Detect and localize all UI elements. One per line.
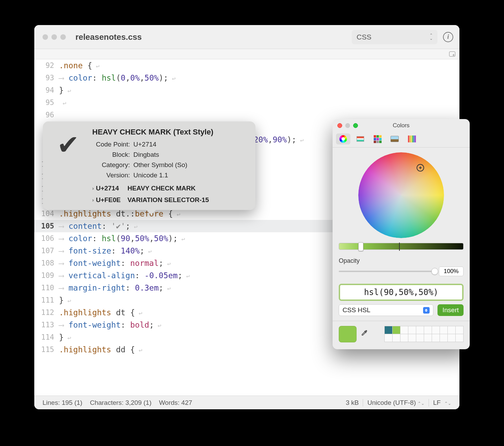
palette-icon — [374, 135, 382, 143]
brightness-slider[interactable] — [339, 243, 464, 250]
add-tab-icon[interactable] — [449, 51, 455, 57]
tab-bar — [34, 49, 459, 59]
eyedropper-icon — [360, 329, 368, 337]
statusbar: Lines: 195 (1) Characters: 3,209 (1) Wor… — [34, 396, 459, 409]
language-value: CSS — [357, 33, 371, 41]
character-glyph: ✔ — [49, 128, 87, 204]
block-value: Dingbats — [133, 150, 159, 160]
chevron-right-icon: › — [92, 186, 94, 191]
line-number: 109 — [34, 271, 59, 280]
opacity-thumb[interactable] — [431, 268, 438, 275]
line-number: 113 — [34, 321, 59, 329]
minimize-window-button[interactable] — [51, 34, 57, 40]
status-lines: Lines: 195 (1) — [39, 399, 86, 407]
brightness-thumb[interactable] — [358, 242, 363, 251]
status-line-ending[interactable]: LF ⌃⌄ — [430, 399, 455, 407]
line-number: 105 — [34, 222, 59, 230]
swatch-grid[interactable] — [385, 326, 464, 342]
chevron-right-icon: › — [92, 197, 94, 203]
color-mode-toolbar — [333, 132, 470, 148]
colors-title: Colors — [333, 122, 470, 129]
status-filesize: 3 kB — [342, 399, 362, 407]
color-format-select[interactable]: CSS HSL — [339, 304, 433, 316]
code-line[interactable]: 92.none { ↩ — [34, 59, 459, 72]
pencils-tab[interactable] — [405, 133, 419, 144]
dropdown-icon — [423, 307, 430, 314]
line-number: 106 — [34, 234, 59, 243]
language-select[interactable]: CSS ⌃⌄ — [352, 30, 437, 44]
titlebar: releasenotes.css CSS ⌃⌄ i — [34, 25, 459, 49]
line-number: 107 — [34, 247, 59, 255]
version-value: Unicode 1.1 — [133, 170, 168, 180]
line-number: 92 — [34, 61, 59, 70]
code-line[interactable]: 94} ↩ — [34, 84, 459, 96]
line-number: 104 — [34, 210, 59, 218]
line-number: 94 — [34, 86, 59, 94]
eyedropper-button[interactable] — [360, 329, 368, 339]
line-number: 112 — [34, 308, 59, 317]
component-char-1[interactable]: ›U+2714HEAVY CHECK MARK — [92, 185, 247, 192]
window-title: releasenotes.css — [75, 32, 142, 42]
image-icon — [391, 136, 399, 142]
image-palette-tab[interactable] — [387, 133, 402, 144]
brightness-mark — [399, 243, 400, 251]
current-color-swatch[interactable] — [339, 326, 357, 342]
status-words: Words: 427 — [156, 399, 196, 407]
color-wheel-cursor[interactable] — [417, 164, 424, 172]
chevron-updown-icon: ⌃⌄ — [430, 34, 433, 40]
line-number: 108 — [34, 259, 59, 267]
code-line[interactable]: 95 ↩ — [34, 96, 459, 109]
line-number: 95 — [34, 98, 59, 107]
insert-button[interactable]: Insert — [437, 304, 464, 316]
color-palette-tab[interactable] — [370, 133, 385, 144]
color-wheel-tab[interactable] — [336, 133, 350, 144]
color-wheel[interactable] — [358, 152, 444, 238]
opacity-value[interactable]: 100% — [439, 267, 464, 276]
color-sliders-tab[interactable] — [353, 133, 368, 144]
colors-panel: Colors Opacity 100% hsl(90,50%,50%) CSS … — [333, 119, 470, 349]
line-number: 96 — [34, 111, 59, 119]
opacity-slider[interactable] — [339, 271, 435, 272]
color-wheel-icon — [339, 135, 347, 143]
character-name: HEAVY CHECK MARK (Text Style) — [92, 128, 247, 137]
close-window-button[interactable] — [43, 34, 48, 40]
component-char-2[interactable]: ›U+FE0EVARIATION SELECTOR-15 — [92, 196, 247, 204]
line-number: 111 — [34, 296, 59, 304]
code-point-value: U+2714 — [133, 139, 156, 150]
line-number: 93 — [34, 74, 59, 82]
character-info-popover: ✔ HEAVY CHECK MARK (Text Style) Code Poi… — [43, 121, 255, 210]
window-controls — [43, 34, 66, 40]
category-value: Other Symbol (So) — [133, 160, 187, 170]
sliders-icon — [357, 136, 364, 142]
info-button[interactable]: i — [443, 32, 453, 42]
line-number: 110 — [34, 284, 59, 292]
color-value-input[interactable]: hsl(90,50%,50%) — [339, 284, 464, 301]
zoom-window-button[interactable] — [60, 34, 66, 40]
status-chars: Characters: 3,209 (1) — [86, 399, 155, 407]
line-number: 114 — [34, 333, 59, 341]
status-encoding[interactable]: Unicode (UTF-8) ⌃⌄ — [364, 399, 428, 407]
pencils-icon — [408, 136, 416, 142]
colors-titlebar: Colors — [333, 119, 470, 132]
opacity-label: Opacity — [339, 257, 464, 265]
code-line[interactable]: 93⟶ color: hsl(0,0%,50%); ↩ — [34, 72, 459, 84]
line-number: 115 — [34, 345, 59, 354]
